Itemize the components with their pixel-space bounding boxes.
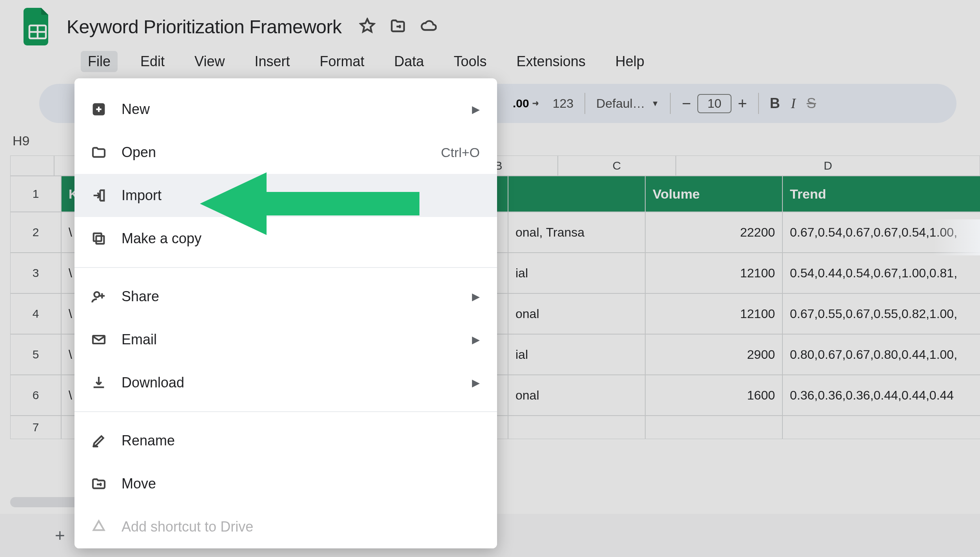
row-header[interactable]: 4 <box>10 293 61 334</box>
name-box[interactable]: H9 <box>13 133 29 148</box>
menu-item-label: Rename <box>122 432 480 449</box>
menu-insert[interactable]: Insert <box>247 51 297 72</box>
menu-file[interactable]: File <box>81 51 118 72</box>
cell[interactable]: 12100 <box>645 253 782 293</box>
decrease-font-size[interactable]: − <box>682 95 691 112</box>
increase-font-size[interactable]: + <box>738 95 747 112</box>
menu-view[interactable]: View <box>187 51 232 72</box>
svg-point-13 <box>94 292 99 297</box>
title-bar: Keyword Prioritization Framework <box>0 0 980 45</box>
cell[interactable] <box>508 416 645 439</box>
menu-item-label: New <box>122 101 458 118</box>
column-header-cell <box>508 176 645 212</box>
cell[interactable]: onal <box>508 293 645 334</box>
number-format-button[interactable]: 123 <box>553 96 573 111</box>
submenu-arrow-icon: ▶ <box>472 103 480 116</box>
menu-item-make-copy[interactable]: Make a copy <box>74 217 497 260</box>
dropdown-bottom-fade <box>74 533 497 548</box>
menu-bar: File Edit View Insert Format Data Tools … <box>0 45 980 80</box>
add-sheet-button[interactable]: + <box>55 526 65 545</box>
menu-edit[interactable]: Edit <box>133 51 172 72</box>
menu-separator <box>74 267 497 268</box>
menu-item-import[interactable]: Import <box>74 174 497 217</box>
submenu-arrow-icon: ▶ <box>472 291 480 303</box>
cell[interactable]: 0.36,0.36,0.36,0.44,0.44,0.44 <box>782 375 980 416</box>
row-header[interactable]: 2 <box>10 212 61 253</box>
menu-tools[interactable]: Tools <box>447 51 494 72</box>
col-header[interactable]: C <box>558 156 676 176</box>
menu-item-move[interactable]: Move <box>74 462 497 505</box>
menu-item-new[interactable]: New ▶ <box>74 88 497 131</box>
select-all-corner[interactable] <box>10 156 54 176</box>
star-icon[interactable] <box>359 18 376 36</box>
new-icon <box>90 101 107 118</box>
row-header[interactable]: 1 <box>10 176 61 212</box>
share-icon <box>90 288 107 305</box>
strikethrough-button[interactable]: S <box>807 95 816 112</box>
row-header[interactable]: 6 <box>10 375 61 416</box>
toolbar-separator <box>584 93 585 114</box>
cell[interactable]: 12100 <box>645 293 782 334</box>
menu-item-download[interactable]: Download ▶ <box>74 361 497 404</box>
row-header[interactable]: 7 <box>10 416 61 439</box>
col-header[interactable]: D <box>676 156 980 176</box>
toolbar-separator <box>670 93 671 114</box>
menu-item-label: Open <box>122 144 427 161</box>
menu-separator <box>74 411 497 412</box>
move-to-folder-icon[interactable] <box>390 18 406 36</box>
cell[interactable]: 1600 <box>645 375 782 416</box>
cell[interactable]: onal, Transa <box>508 212 645 253</box>
cell[interactable] <box>782 416 980 439</box>
menu-item-open[interactable]: Open Ctrl+O <box>74 131 497 174</box>
email-icon <box>90 331 107 348</box>
menu-item-rename[interactable]: Rename <box>74 419 497 462</box>
font-size-input[interactable]: 10 <box>697 94 732 113</box>
file-menu-dropdown: New ▶ Open Ctrl+O Import Make a copy Sha… <box>74 78 497 548</box>
font-family-picker[interactable]: Defaul…▼ <box>596 96 659 111</box>
copy-icon <box>90 230 107 247</box>
menu-data[interactable]: Data <box>387 51 431 72</box>
menu-item-label: Move <box>122 476 480 492</box>
font-size-controls: − 10 + <box>682 94 747 113</box>
italic-button[interactable]: I <box>791 95 796 112</box>
menu-item-label: Make a copy <box>122 230 480 247</box>
decrease-decimal-button[interactable]: .00 <box>513 93 542 114</box>
download-icon <box>90 374 107 391</box>
menu-item-share[interactable]: Share ▶ <box>74 275 497 318</box>
submenu-arrow-icon: ▶ <box>472 377 480 389</box>
cell[interactable]: 0.67,0.54,0.67,0.67,0.54,1.00, <box>782 212 980 253</box>
folder-icon <box>90 144 107 161</box>
menu-item-shortcut: Ctrl+O <box>441 145 480 160</box>
menu-extensions[interactable]: Extensions <box>510 51 593 72</box>
menu-item-label: Share <box>122 288 458 305</box>
svg-rect-11 <box>96 236 104 244</box>
cell[interactable]: ial <box>508 253 645 293</box>
cell[interactable]: ial <box>508 334 645 375</box>
cell[interactable] <box>645 416 782 439</box>
cell[interactable]: 0.80,0.67,0.67,0.80,0.44,1.00, <box>782 334 980 375</box>
sheets-app-icon[interactable] <box>24 8 52 45</box>
toolbar-separator <box>758 93 759 114</box>
cell[interactable]: 22200 <box>645 212 782 253</box>
cloud-status-icon[interactable] <box>420 18 437 36</box>
row-header[interactable]: 5 <box>10 334 61 375</box>
cell[interactable]: 0.67,0.55,0.67,0.55,0.82,1.00, <box>782 293 980 334</box>
menu-item-email[interactable]: Email ▶ <box>74 318 497 361</box>
cell[interactable]: onal <box>508 375 645 416</box>
menu-help[interactable]: Help <box>608 51 652 72</box>
cell[interactable]: 0.54,0.44,0.54,0.67,1.00,0.81, <box>782 253 980 293</box>
bold-button[interactable]: B <box>770 95 780 112</box>
cell[interactable]: 2900 <box>645 334 782 375</box>
menu-item-label: Email <box>122 331 458 348</box>
import-icon <box>90 187 107 204</box>
menu-item-label: Download <box>122 374 458 391</box>
column-header-cell: Trend <box>782 176 980 212</box>
document-title[interactable]: Keyword Prioritization Framework <box>67 16 342 38</box>
menu-format[interactable]: Format <box>313 51 372 72</box>
row-header[interactable]: 3 <box>10 253 61 293</box>
submenu-arrow-icon: ▶ <box>472 334 480 346</box>
move-icon <box>90 475 107 492</box>
svg-rect-12 <box>94 233 102 241</box>
rename-icon <box>90 432 107 449</box>
menu-item-label: Import <box>122 187 480 204</box>
